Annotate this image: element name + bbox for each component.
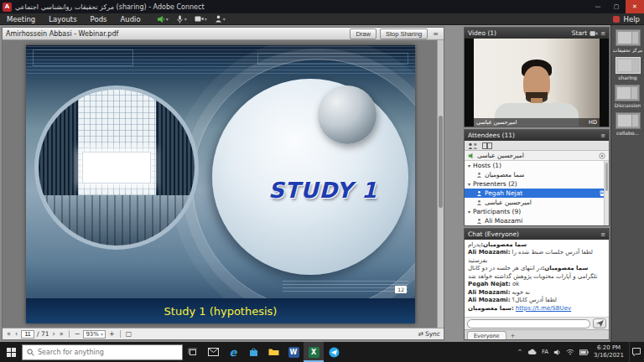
document-scrollbar[interactable] [437, 40, 444, 328]
zoom-in-button[interactable]: + [108, 330, 116, 338]
action-center-button[interactable] [629, 342, 642, 362]
menu-layouts[interactable]: Layouts [42, 13, 83, 24]
microphone-button[interactable]: ▾ [174, 15, 190, 23]
collapse-icon[interactable]: ▾ [468, 209, 470, 215]
search-input[interactable] [38, 349, 178, 356]
zoom-level-value: 93% [86, 331, 99, 338]
stop-sharing-button[interactable]: Stop Sharing [380, 28, 428, 39]
meeting-status-icon [613, 16, 620, 23]
layouts-bar: مرکز تحقیقات sharing Discussion collabo.… [610, 25, 644, 342]
close-button[interactable]: ✕ [626, 0, 644, 13]
chevron-down-icon[interactable]: ▾ [166, 16, 169, 22]
menu-pods[interactable]: Pods [84, 13, 114, 24]
chevron-down-icon[interactable]: ▾ [223, 16, 226, 22]
onedrive-cloud-icon[interactable] [527, 349, 537, 355]
raise-hand-button[interactable]: ▾ [212, 15, 228, 23]
tray-expand-icon[interactable]: ^ [517, 349, 522, 355]
taskbar-icon-store[interactable] [243, 342, 263, 362]
zoom-out-button[interactable]: − [74, 330, 81, 338]
battery-icon[interactable] [579, 349, 589, 355]
task-view-button[interactable] [183, 342, 203, 362]
speaker-button[interactable]: ▾ [154, 15, 171, 23]
attendee-status-view-icon[interactable] [468, 142, 478, 149]
scrollbar-thumb[interactable] [605, 163, 608, 191]
minimize-button[interactable]: — [589, 0, 607, 13]
layout-item[interactable]: مرکز تحقیقات [613, 29, 643, 53]
start-button[interactable] [0, 342, 22, 362]
webcam-icon [195, 15, 204, 23]
slide-title-text: STUDY 1 [237, 178, 408, 203]
collapse-icon[interactable]: ▾ [468, 181, 470, 187]
attendee-row[interactable]: سما معصومیان [465, 170, 609, 179]
attendee-row[interactable]: Ali Moazami [465, 216, 609, 225]
edge-icon: e [230, 346, 237, 359]
page-number-input[interactable] [21, 330, 34, 339]
taskbar-icon-telegram[interactable] [324, 342, 344, 362]
taskbar-icon-edge[interactable]: e [223, 342, 243, 362]
sync-toggle[interactable]: ⇄ Sync [418, 330, 440, 338]
layout-thumbnail[interactable] [615, 85, 640, 101]
menu-audio[interactable]: Audio [113, 13, 147, 24]
layout-item-sharing[interactable]: sharing [615, 57, 641, 80]
start-webcam-button[interactable]: Start [572, 29, 587, 37]
webcam-icon[interactable] [589, 30, 598, 37]
language-indicator[interactable]: FA [542, 349, 548, 355]
pod-options-icon[interactable]: ≡ [431, 30, 440, 38]
attendees-group-presenters[interactable]: ▾ Presenters (2) [465, 179, 609, 189]
send-message-button[interactable] [593, 318, 606, 328]
telegram-icon [329, 347, 340, 358]
pod-options-icon[interactable]: ≡ [600, 132, 605, 139]
chevron-down-icon[interactable]: ▾ [205, 16, 207, 22]
breakout-view-icon[interactable] [482, 142, 492, 149]
webcam-feed: امیرحسین عباسی HD [474, 39, 600, 127]
layout-item-collaboration[interactable]: collabo... [615, 112, 641, 136]
sync-icon: ⇄ [418, 330, 423, 338]
menu-meeting[interactable]: Meeting [0, 13, 42, 24]
taskbar-search[interactable] [22, 344, 183, 360]
fullscreen-button[interactable]: ▢ [125, 330, 133, 338]
last-page-button[interactable]: » [59, 330, 65, 338]
volume-icon[interactable] [553, 349, 561, 356]
tray-time: 6:20 PM [594, 344, 624, 352]
share-pod: Amirhossein Abbasi - Webinar.pdf Draw St… [2, 27, 444, 340]
attendees-group-hosts[interactable]: ▾ Hosts (1) [465, 161, 609, 170]
taskbar-icon-file-explorer[interactable] [263, 342, 283, 362]
chat-input[interactable] [467, 319, 590, 328]
attendee-row-selected[interactable]: Pegah Nejat [465, 189, 609, 198]
maximize-button[interactable]: ▢ [607, 0, 626, 13]
attendee-row[interactable]: امیرحسین عباسی [465, 198, 609, 207]
layout-thumbnail[interactable] [615, 57, 641, 74]
pod-options-icon[interactable]: ≡ [600, 231, 605, 238]
layout-thumbnail[interactable] [615, 112, 641, 129]
mail-icon [208, 348, 219, 356]
chat-link[interactable]: https://t.me/SBUev [516, 305, 571, 312]
excel-icon: X [309, 347, 319, 358]
layout-thumbnail[interactable] [615, 29, 641, 46]
webcam-button[interactable]: ▾ [192, 15, 210, 23]
attendees-scrollbar[interactable] [604, 161, 609, 225]
collapse-icon[interactable]: ▾ [468, 163, 470, 168]
document-controls: « ‹ / 71 › » − 93% ▾ + ▢ ⇄ Sync [3, 328, 444, 339]
attendees-group-participants[interactable]: ▾ Participants (9) [465, 207, 609, 216]
taskbar-icon-mail[interactable] [203, 342, 223, 362]
taskbar-icon-word[interactable]: W [283, 342, 304, 362]
zoom-level-select[interactable]: 93% ▾ [83, 330, 106, 339]
pod-options-icon[interactable]: ≡ [600, 30, 605, 37]
scrollbar-thumb[interactable] [439, 116, 443, 208]
layout-item-discussion[interactable]: Discussion [615, 85, 641, 108]
video-participant-name: امیرحسین عباسی [476, 119, 517, 126]
taskbar-icon-excel-active[interactable]: X [304, 342, 324, 362]
clock[interactable]: 6:20 PM 3/16/2021 [594, 344, 624, 359]
wifi-icon[interactable] [566, 349, 574, 355]
chat-tab-everyone[interactable]: Everyone [467, 331, 506, 339]
folder-icon [268, 348, 279, 356]
chevron-down-icon[interactable]: ▾ [184, 16, 187, 22]
document-viewport: STUDY 1 12 Study 1 (hypothesis) [3, 40, 444, 328]
slide-decoration [33, 49, 133, 66]
add-chat-tab-icon[interactable]: + [508, 333, 518, 339]
help-menu[interactable]: Help [624, 15, 640, 23]
next-page-button[interactable]: › [52, 330, 56, 338]
draw-button[interactable]: Draw [350, 28, 377, 39]
first-page-button[interactable]: « [6, 330, 12, 338]
previous-page-button[interactable]: ‹ [14, 330, 18, 338]
